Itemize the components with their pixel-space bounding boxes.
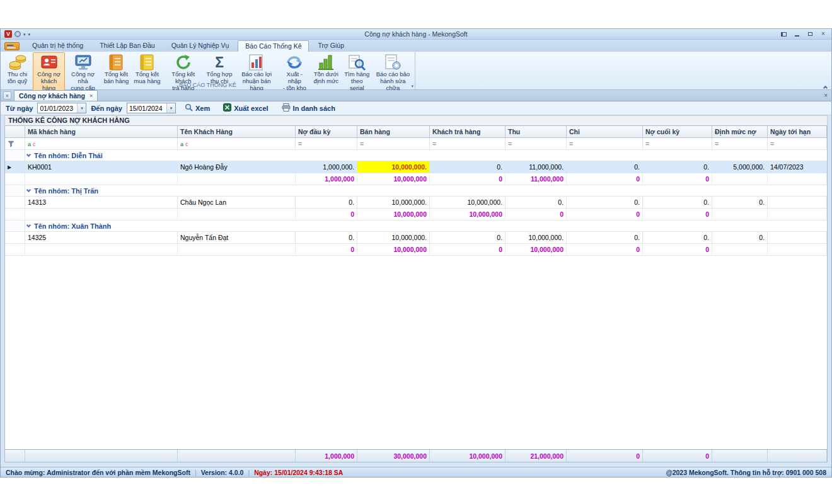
svg-text:c: c [33,141,36,147]
export-excel-button[interactable]: Xuất excel [219,103,272,113]
caret-down-icon[interactable]: ▾ [23,32,26,37]
to-date-field[interactable]: ▾ [127,103,176,113]
collapse-chevron-icon[interactable] [26,223,31,227]
to-date-dropdown-icon[interactable]: ▾ [166,103,175,113]
tab-bao-cao-thong-ke[interactable]: Báo Cáo Thống Kê [238,40,309,52]
cell-chi[interactable]: 0. [567,197,643,209]
cell-thu[interactable]: 0. [506,197,567,209]
tab-thiet-lap-ban-dau[interactable]: Thiết Lập Ban Đầu [92,40,163,52]
close-document-icon[interactable]: × [3,91,11,100]
subtotal-indicator [5,209,25,220]
cell-dinh-muc-no[interactable]: 0. [712,197,768,209]
column-header-khach-tra-hang[interactable]: Khách trả hàng [430,126,506,138]
column-header-ten-khach-hang[interactable]: Tên Khách Hàng [178,126,296,138]
ribbon-item-tong-hop-thu-chi[interactable]: Σ Tổng hợp thu chi [204,52,235,86]
app-logo-icon[interactable]: V [4,30,12,38]
search-icon [185,103,193,113]
cell-khach-tra-hang[interactable]: 0. [430,161,506,173]
filter-cell-dinh-muc-no[interactable]: = [712,138,768,150]
cell-chi[interactable]: 0. [567,232,643,244]
ribbon-item-ton-duoi-dinh-muc[interactable]: Tồn dưới định mức [311,52,342,86]
from-date-input[interactable] [38,103,77,113]
collapse-ribbon-icon[interactable] [824,83,829,88]
filter-cell-khach-tra-hang[interactable]: = [430,138,506,150]
ribbon-item-tong-ket-mua-hang[interactable]: Tổng kết mua hàng [132,52,163,86]
cell-name[interactable]: Ngô Hoàng Đẫy [178,161,296,173]
cell-khach-tra-hang[interactable]: 0. [430,232,506,244]
table-row[interactable]: 14313 Châu Ngọc Lan 0. 10,000,000. 10,00… [5,197,827,209]
column-header-ban-hang[interactable]: Bán hàng [357,126,430,138]
column-header-ma-khach-hang[interactable]: Mã khách hàng [25,126,178,138]
minimize-icon[interactable] [792,30,801,38]
cell-ngay-toi-han[interactable] [768,197,827,209]
filter-cell-no-cuoi-ky[interactable]: = [643,138,712,150]
cell-code[interactable]: 14325 [25,232,178,244]
column-header-chi[interactable]: Chi [567,126,643,138]
cell-name[interactable]: Nguyễn Tấn Đạt [178,232,296,244]
group-row-xuan-thanh[interactable]: Tên nhóm: Xuân Thành [5,220,827,232]
column-header-ngay-toi-han[interactable]: Ngày tới hạn [768,126,827,138]
quick-access-icon[interactable] [14,31,21,37]
tab-tro-giup[interactable]: Trợ Giúp [310,40,352,52]
application-menu-icon[interactable] [4,42,20,50]
column-header-no-cuoi-ky[interactable]: Nợ cuối kỳ [643,126,712,138]
cell-ban-hang[interactable]: 10,000,000. [357,197,430,209]
cell-code[interactable]: KH0001 [25,161,178,173]
cell-dinh-muc-no[interactable]: 0. [712,232,768,244]
cell-no-dau-ky[interactable]: 0. [296,197,357,209]
cell-ngay-toi-han[interactable]: 14/07/2023 [768,161,827,173]
table-row[interactable]: 14325 Nguyễn Tấn Đạt 0. 10,000,000. 0. 1… [5,232,827,244]
from-date-dropdown-icon[interactable]: ▾ [77,103,86,113]
filter-cell-chi[interactable]: = [567,138,643,150]
collapse-chevron-icon[interactable] [26,188,31,192]
column-header-dinh-muc-no[interactable]: Định mức nợ [712,126,768,138]
cell-chi[interactable]: 0. [567,161,643,173]
print-list-button[interactable]: In danh sách [277,103,340,113]
cell-no-cuoi-ky[interactable]: 0. [643,232,712,244]
subtotal-indicator [5,173,25,185]
group-row-thi-tran[interactable]: Tên nhóm: Thị Trấn [5,185,827,197]
cell-no-dau-ky[interactable]: 0. [296,232,357,244]
collapse-chevron-icon[interactable] [26,152,31,157]
tab-quan-tri-he-thong[interactable]: Quản trị hệ thống [25,40,91,52]
filter-cell-thu[interactable]: = [506,138,567,150]
cell-thu[interactable]: 10,000,000. [506,232,567,244]
filter-cell-ma-khach-hang[interactable]: ac [25,138,178,150]
filter-cell-ten-khach-hang[interactable]: ac [178,138,296,150]
maximize-icon[interactable] [806,30,814,38]
group-row-dien-thai[interactable]: Tên nhóm: Diễn Thái [5,150,827,161]
cell-code[interactable]: 14313 [25,197,178,209]
ribbon-item-tong-ket-ban-hang[interactable]: Tổng kết bán hàng [101,52,132,86]
table-row[interactable]: ▶ KH0001 Ngô Hoàng Đẫy 1,000,000. 10,000… [5,161,827,173]
close-tab-icon[interactable]: × [90,93,93,99]
to-date-input[interactable] [127,103,166,113]
cell-thu[interactable]: 11,000,000. [506,161,567,173]
column-header-no-dau-ky[interactable]: Nợ đầu kỳ [296,126,357,138]
view-button-label: Xem [195,105,210,112]
tab-quan-ly-nghiep-vu[interactable]: Quản Lý Nghiệp Vụ [164,40,237,52]
switch-window-icon[interactable] [779,30,788,38]
filter-cell-ban-hang[interactable]: = [357,138,430,150]
filter-cell-ngay-toi-han[interactable]: = [768,138,827,150]
cell-dinh-muc-no[interactable]: 5,000,000. [712,161,768,173]
cell-no-cuoi-ky[interactable]: 0. [643,197,712,209]
cell-no-cuoi-ky[interactable]: 0. [643,161,712,173]
view-button[interactable]: Xem [180,103,214,113]
customize-toolbar-icon[interactable]: ▾ [28,32,31,37]
subtotal-thu: 11,000,000 [506,173,567,185]
close-strip-icon[interactable]: × [824,92,828,99]
cell-ban-hang-highlighted[interactable]: 10,000,000. [357,161,430,173]
cell-ngay-toi-han[interactable] [768,232,827,244]
doc-tab-cong-no-khach-hang[interactable]: Công nợ khách hàng × [14,90,98,101]
cell-khach-tra-hang[interactable]: 10,000,000. [430,197,506,209]
cell-ban-hang[interactable]: 10,000,000. [357,232,430,244]
ribbon-item-thu-chi-ton-quy[interactable]: Thu chi tồn quỹ [2,52,33,86]
group-dialog-caret-icon[interactable]: ▾ [411,84,413,89]
cell-no-dau-ky[interactable]: 1,000,000. [296,161,357,173]
column-header-thu[interactable]: Thu [506,126,567,138]
filter-cell-no-dau-ky[interactable]: = [296,138,357,150]
filter-bar: Từ ngày ▾ Đến ngày ▾ Xem Xuất excel In d… [1,101,831,115]
close-icon[interactable]: × [819,30,828,38]
cell-name[interactable]: Châu Ngọc Lan [178,197,296,209]
from-date-field[interactable]: ▾ [37,103,86,113]
